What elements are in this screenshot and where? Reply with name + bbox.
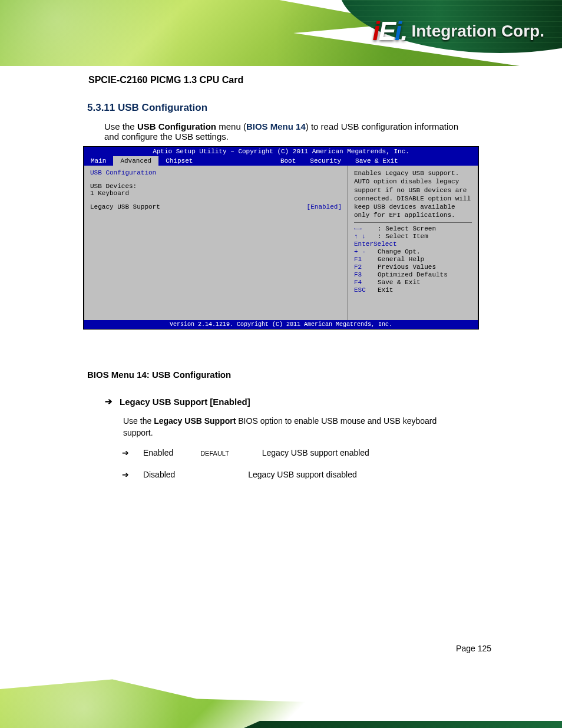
sub-option-disabled: ➔ Disabled Legacy USB support disabled xyxy=(122,470,357,479)
up-down-arrow-icon: ↑ ↓ xyxy=(354,233,378,240)
bios-help-item: F2Previous Values xyxy=(354,263,472,271)
arrow-right-icon: ➔ xyxy=(122,448,129,457)
logo-suffix: Integration Corp. xyxy=(411,22,544,41)
bios-tab-chipset: Chipset xyxy=(158,156,273,166)
arrow-right-icon: ➔ xyxy=(105,396,113,407)
bios-tab-main: Main xyxy=(84,156,113,166)
arrow-right-icon: ➔ xyxy=(122,470,129,479)
bios-help-item: ESCExit xyxy=(354,286,472,294)
bios-row: USB Devices: xyxy=(90,183,342,190)
bios-tab-saveexit: Save & Exit xyxy=(348,156,478,166)
bios-row-header: USB Configuration xyxy=(90,169,342,176)
bios-help-description: Enables Legacy USB support. AUTO option … xyxy=(354,169,472,220)
bios-tab-security: Security xyxy=(303,156,348,166)
bios-row-option: Legacy USB Support[Enabled] xyxy=(90,203,342,210)
intro-text: Use the USB Configuration menu (BIOS Men… xyxy=(104,121,458,141)
option-description: Use the Legacy USB Support BIOS option t… xyxy=(123,416,437,439)
option-heading: ➔ Legacy USB Support [Enabled] xyxy=(105,396,250,407)
footer-banner xyxy=(0,663,562,728)
header-banner: iEi. Integration Corp. xyxy=(0,0,562,66)
bios-title-bar: Aptio Setup Utility – Copyright (C) 2011… xyxy=(84,147,478,156)
bios-footer-bar: Version 2.14.1219. Copyright (C) 2011 Am… xyxy=(84,320,478,329)
bios-help-item: EnterSelect xyxy=(354,241,472,248)
section-heading: 5.3.11 USB Configuration xyxy=(87,102,207,114)
bios-help-item: F4Save & Exit xyxy=(354,279,472,286)
bios-tab-advanced: Advanced xyxy=(113,156,158,166)
bios-help-item: ←→: Select Screen xyxy=(354,225,472,232)
product-title: SPCIE-C2160 PICMG 1.3 CPU Card xyxy=(88,75,243,85)
left-right-arrow-icon: ←→ xyxy=(354,225,378,232)
bios-tabs: Main Advanced Chipset Boot Security Save… xyxy=(84,156,478,166)
bios-content: USB Configuration USB Devices: 1 Keyboar… xyxy=(84,166,478,320)
bios-help-item: F3Optimized Defaults xyxy=(354,271,472,278)
bios-tab-boot: Boot xyxy=(273,156,303,166)
bios-row: 1 Keyboard xyxy=(90,190,342,197)
document-page: iEi. Integration Corp. SPCIE-C2160 PICMG… xyxy=(0,0,562,728)
bios-help-item: + -Change Opt. xyxy=(354,248,472,255)
sub-option-enabled: ➔ Enabled DEFAULT Legacy USB support ena… xyxy=(122,448,369,457)
logo-area: iEi. Integration Corp. xyxy=(372,17,544,46)
page-number: Page 125 xyxy=(456,644,491,653)
footer-dark-strip xyxy=(244,721,562,728)
logo-iei: iEi. xyxy=(372,17,406,46)
bios-help-item: F1General Help xyxy=(354,256,472,263)
bios-right-panel: Enables Legacy USB support. AUTO option … xyxy=(348,166,478,320)
figure-caption: BIOS Menu 14: USB Configuration xyxy=(87,370,231,380)
bios-left-panel: USB Configuration USB Devices: 1 Keyboar… xyxy=(84,166,348,320)
bios-screenshot: Aptio Setup Utility – Copyright (C) 2011… xyxy=(83,146,479,330)
bios-help-item: ↑ ↓: Select Item xyxy=(354,233,472,240)
